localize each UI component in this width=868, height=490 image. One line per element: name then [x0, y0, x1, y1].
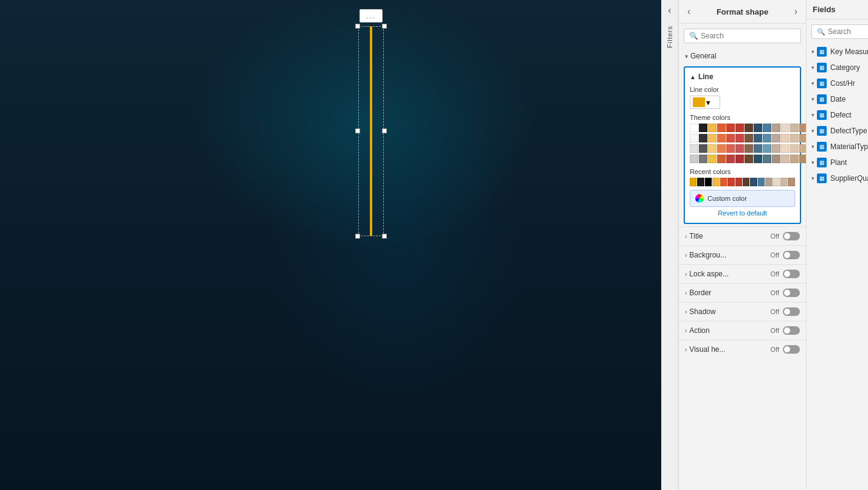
color-r2-6[interactable]	[735, 134, 744, 142]
color-r4-13[interactable]	[799, 155, 806, 163]
color-r3-5[interactable]	[726, 144, 735, 153]
color-tan1[interactable]	[772, 124, 780, 132]
color-r3-4[interactable]	[717, 144, 726, 153]
resize-handle-top-left[interactable]	[355, 24, 360, 29]
color-orange1[interactable]	[717, 124, 726, 132]
field-item-defect[interactable]: ▾ ▦ Defect	[807, 107, 868, 123]
color-r3-1[interactable]	[690, 144, 698, 153]
prop-title-toggle[interactable]	[783, 232, 800, 240]
prop-title[interactable]: › Title Off	[679, 226, 806, 245]
color-white[interactable]	[690, 124, 698, 132]
color-peach1[interactable]	[781, 124, 790, 132]
recent-color-10[interactable]	[758, 178, 765, 186]
color-r2-4[interactable]	[717, 134, 726, 142]
color-black[interactable]	[699, 124, 707, 132]
color-r4-10[interactable]	[772, 155, 780, 163]
prop-action-toggle[interactable]	[783, 326, 800, 335]
color-r4-8[interactable]	[754, 155, 762, 163]
recent-color-13[interactable]	[780, 178, 787, 186]
color-red2[interactable]	[735, 124, 744, 132]
color-r2-1[interactable]	[690, 134, 698, 142]
revert-to-default-link[interactable]: Revert to default	[690, 209, 795, 217]
prop-shadow[interactable]: › Shadow Off	[679, 302, 806, 321]
color-r3-9[interactable]	[763, 144, 771, 153]
filters-back-button[interactable]: ‹	[668, 0, 671, 21]
recent-color-8[interactable]	[743, 178, 749, 186]
prop-visual-header-toggle[interactable]	[783, 345, 800, 354]
format-search-input[interactable]	[701, 32, 796, 40]
color-r2-7[interactable]	[745, 134, 753, 142]
color-r4-5[interactable]	[726, 155, 735, 163]
color-r3-13[interactable]	[799, 144, 806, 153]
color-r4-11[interactable]	[781, 155, 790, 163]
recent-color-7[interactable]	[735, 178, 742, 186]
field-item-category[interactable]: ▾ ▦ Category	[807, 60, 868, 75]
prop-lock-aspect-toggle[interactable]	[783, 270, 800, 278]
general-section-header[interactable]: ▾ General	[679, 48, 806, 64]
color-sand1[interactable]	[790, 124, 799, 132]
fields-search-box[interactable]: 🔍	[811, 24, 868, 39]
color-r4-12[interactable]	[790, 155, 799, 163]
resize-handle-bottom-left[interactable]	[355, 234, 360, 239]
color-r4-3[interactable]	[708, 155, 717, 163]
resize-handle-top-right[interactable]	[382, 24, 387, 29]
format-panel-back-button[interactable]: ‹	[685, 5, 693, 18]
recent-color-12[interactable]	[773, 178, 780, 186]
color-brown1[interactable]	[745, 124, 753, 132]
recent-color-2[interactable]	[697, 178, 704, 186]
fields-search-input[interactable]	[828, 27, 868, 36]
color-r2-5[interactable]	[726, 134, 735, 142]
prop-lock-aspect[interactable]: › Lock aspe... Off	[679, 264, 806, 283]
prop-border[interactable]: › Border Off	[679, 283, 806, 302]
recent-color-14[interactable]	[788, 178, 794, 186]
color-red1[interactable]	[726, 124, 735, 132]
color-r2-3[interactable]	[708, 134, 717, 142]
recent-color-3[interactable]	[705, 178, 712, 186]
color-r4-1[interactable]	[690, 155, 698, 163]
color-r4-2[interactable]	[699, 155, 707, 163]
color-r3-10[interactable]	[772, 144, 780, 153]
field-item-cost-hr[interactable]: ▾ ▦ Cost/Hr	[807, 75, 868, 91]
filters-label[interactable]: Filters	[666, 26, 673, 48]
color-r3-8[interactable]	[754, 144, 762, 153]
color-r2-2[interactable]	[699, 134, 707, 142]
prop-border-toggle[interactable]	[783, 289, 800, 297]
recent-color-11[interactable]	[765, 178, 772, 186]
color-r3-11[interactable]	[781, 144, 790, 153]
color-r4-6[interactable]	[735, 155, 744, 163]
prop-action[interactable]: › Action Off	[679, 321, 806, 340]
shape-options-button[interactable]: ...	[359, 9, 383, 23]
prop-background-toggle[interactable]	[783, 251, 800, 259]
color-steel1[interactable]	[763, 124, 771, 132]
recent-color-1[interactable]	[690, 178, 696, 186]
color-gold[interactable]	[708, 124, 717, 132]
shape-container[interactable]: ...	[350, 9, 392, 237]
color-r4-4[interactable]	[717, 155, 726, 163]
field-item-plant[interactable]: ▾ ▦ Plant	[807, 155, 868, 170]
field-item-material-type[interactable]: ▾ ▦ MaterialType	[807, 139, 868, 155]
color-r2-10[interactable]	[772, 134, 780, 142]
format-search-box[interactable]: 🔍	[684, 29, 801, 43]
color-r4-7[interactable]	[745, 155, 753, 163]
color-r2-8[interactable]	[754, 134, 762, 142]
resize-handle-middle-left[interactable]	[355, 128, 360, 133]
color-r3-7[interactable]	[745, 144, 753, 153]
prop-visual-header[interactable]: › Visual he... Off	[679, 340, 806, 359]
color-r2-12[interactable]	[790, 134, 799, 142]
field-item-key-measure[interactable]: ▾ ▦ Key Measure	[807, 44, 868, 60]
color-khaki1[interactable]	[799, 124, 806, 132]
format-panel-forward-button[interactable]: ›	[792, 5, 800, 18]
recent-color-5[interactable]	[720, 178, 727, 186]
field-item-date[interactable]: ▾ ▦ Date	[807, 91, 868, 107]
color-r2-13[interactable]	[799, 134, 806, 142]
line-section-header[interactable]: ▲ Line	[690, 72, 795, 81]
color-navy1[interactable]	[754, 124, 762, 132]
custom-color-button[interactable]: Custom color	[690, 190, 795, 207]
resize-handle-bottom-right[interactable]	[382, 234, 387, 239]
field-item-defect-type[interactable]: ▾ ▦ DefectType	[807, 123, 868, 139]
field-item-supplier-qual[interactable]: ▾ ▦ SupplierQual...	[807, 170, 868, 186]
color-r2-9[interactable]	[763, 134, 771, 142]
line-color-swatch-button[interactable]: ▾	[690, 96, 720, 109]
recent-color-9[interactable]	[750, 178, 757, 186]
color-r3-2[interactable]	[699, 144, 707, 153]
